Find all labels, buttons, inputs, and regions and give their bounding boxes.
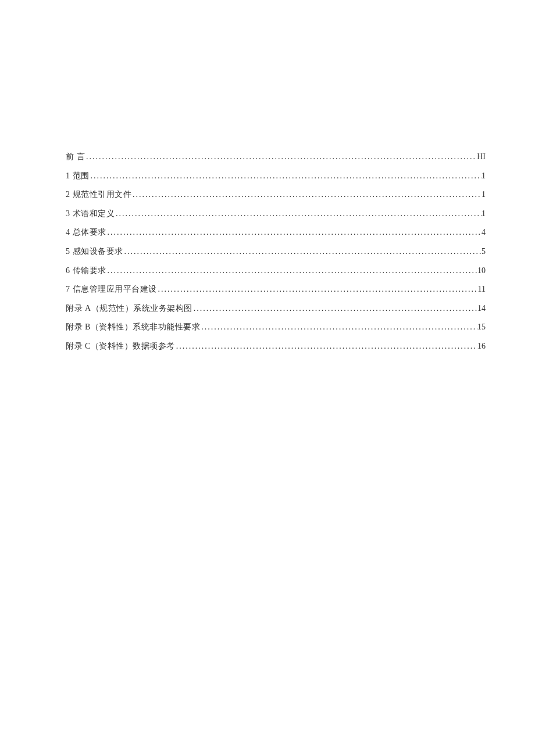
- toc-entry: 1 范围 1: [66, 170, 486, 182]
- toc-leader-dots: [90, 170, 482, 182]
- toc-label: 1 范围: [66, 170, 90, 182]
- toc-leader-dots: [157, 284, 478, 295]
- toc-entry: 4 总体要求 4: [66, 227, 486, 238]
- toc-page-number: 4: [482, 227, 486, 238]
- toc-leader-dots: [192, 303, 477, 314]
- toc-entry: 附录 A（规范性）系统业务架构图 14: [66, 303, 486, 314]
- toc-page-number: 1: [482, 208, 486, 220]
- toc-page-number: 1: [482, 170, 486, 182]
- toc-leader-dots: [106, 265, 478, 277]
- toc-page-number: 16: [477, 341, 486, 352]
- toc-entry: 5 感知设备要求 5: [66, 246, 486, 257]
- document-page: 前 言 HI 1 范围 1 2 规范性引用文件 1 3 术语和定义 1 4 总体…: [0, 0, 535, 352]
- toc-leader-dots: [115, 208, 482, 220]
- toc-entry: 7 信息管理应用平台建设 11: [66, 284, 486, 295]
- toc-page-number: 5: [482, 246, 486, 257]
- toc-label: 附录 A（规范性）系统业务架构图: [66, 303, 192, 314]
- toc-entry: 前 言 HI: [66, 151, 486, 163]
- toc-leader-dots: [175, 341, 477, 352]
- toc-page-number: HI: [477, 151, 486, 163]
- toc-label: 附录 C（资料性）数据项参考: [66, 341, 175, 352]
- toc-page-number: 15: [477, 321, 486, 333]
- toc-label: 2 规范性引用文件: [66, 189, 131, 200]
- toc-entry: 附录 C（资料性）数据项参考 16: [66, 341, 486, 352]
- toc-leader-dots: [123, 246, 482, 257]
- toc-label: 前 言: [66, 151, 85, 163]
- toc-entry: 3 术语和定义 1: [66, 208, 486, 220]
- toc-label: 6 传输要求: [66, 265, 106, 277]
- toc-page-number: 1: [482, 189, 486, 200]
- toc-label: 3 术语和定义: [66, 208, 115, 220]
- toc-entry: 附录 B（资料性）系统非功能性要求 15: [66, 321, 486, 333]
- toc-label: 5 感知设备要求: [66, 246, 123, 257]
- toc-leader-dots: [85, 151, 477, 163]
- toc-leader-dots: [106, 227, 482, 238]
- toc-leader-dots: [131, 189, 482, 200]
- toc-label: 7 信息管理应用平台建设: [66, 284, 157, 295]
- toc-page-number: 11: [478, 284, 486, 295]
- toc-page-number: 10: [477, 265, 486, 277]
- table-of-contents: 前 言 HI 1 范围 1 2 规范性引用文件 1 3 术语和定义 1 4 总体…: [66, 151, 486, 352]
- toc-page-number: 14: [477, 303, 486, 314]
- toc-label: 4 总体要求: [66, 227, 106, 238]
- toc-label: 附录 B（资料性）系统非功能性要求: [66, 321, 200, 333]
- toc-leader-dots: [200, 321, 477, 333]
- toc-entry: 6 传输要求 10: [66, 265, 486, 277]
- toc-entry: 2 规范性引用文件 1: [66, 189, 486, 200]
